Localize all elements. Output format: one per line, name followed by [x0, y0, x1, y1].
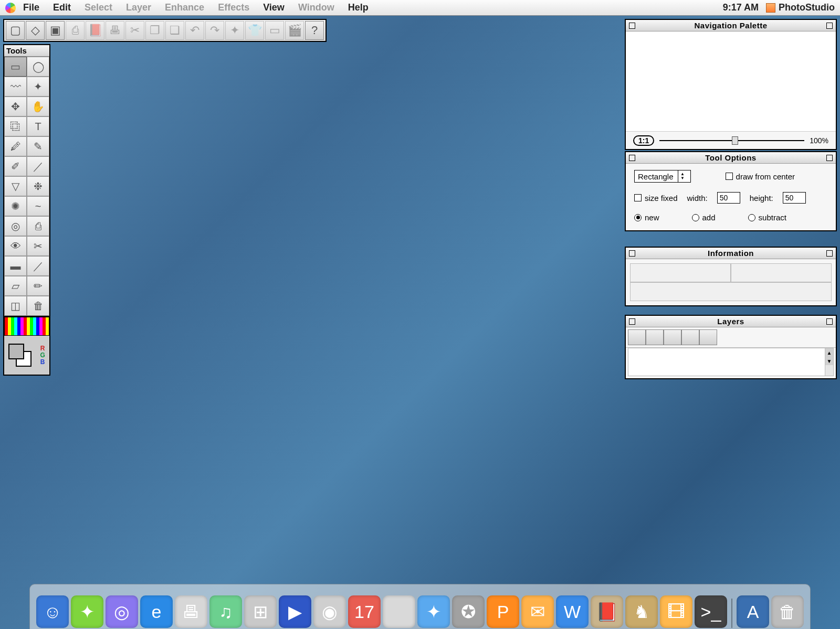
- tool-hand[interactable]: ✋: [27, 97, 49, 116]
- tool-options-titlebar[interactable]: Tool Options: [626, 152, 836, 164]
- layer-new-button[interactable]: [628, 329, 646, 345]
- fg-bg-swatch[interactable]: [8, 344, 32, 367]
- dock-word[interactable]: W: [556, 595, 589, 628]
- panel-control-icon[interactable]: [629, 318, 635, 325]
- quickbar-panorama-button[interactable]: ▭: [265, 21, 284, 40]
- layers-list[interactable]: ▲ ▼: [628, 348, 834, 376]
- tool-text[interactable]: T: [27, 116, 49, 136]
- draw-from-center-checkbox[interactable]: draw from center: [726, 172, 795, 181]
- dock-printer[interactable]: 🖶: [175, 595, 207, 628]
- tool-stamp[interactable]: ⎙: [27, 216, 49, 236]
- tool-rect-select[interactable]: ▭: [4, 57, 27, 77]
- tool-clone[interactable]: ◎: [4, 216, 27, 236]
- dock-dvd[interactable]: ◉: [313, 595, 346, 628]
- tool-move[interactable]: ✥: [4, 97, 27, 116]
- menu-effects[interactable]: Effects: [218, 2, 249, 13]
- menu-view[interactable]: View: [263, 2, 285, 13]
- quickbar-new-button[interactable]: ▢: [6, 21, 25, 40]
- size-fixed-checkbox[interactable]: size fixed: [634, 194, 678, 202]
- tool-brightness[interactable]: ✺: [4, 196, 27, 216]
- menubar-app[interactable]: PhotoStudio: [766, 2, 835, 13]
- layer-duplicate-button[interactable]: [646, 329, 664, 345]
- panel-control-icon[interactable]: [629, 23, 635, 29]
- tool-gradient[interactable]: ▬: [4, 256, 27, 276]
- dock-trash[interactable]: 🗑: [771, 595, 804, 628]
- tools-palette-title[interactable]: Tools: [4, 45, 49, 57]
- quickbar-open-button[interactable]: ◇: [26, 21, 45, 40]
- quickbar-wand-button[interactable]: ✦: [225, 21, 244, 40]
- panel-control-icon[interactable]: [629, 155, 635, 161]
- dock-mplayer[interactable]: ▶: [279, 595, 311, 628]
- tool-red-eye[interactable]: 👁: [4, 236, 27, 256]
- layer-merge-button[interactable]: [681, 329, 699, 345]
- scroll-up-icon[interactable]: ▲: [825, 348, 833, 357]
- tool-brush[interactable]: ／: [27, 256, 49, 276]
- apple-menu-icon[interactable]: [5, 3, 16, 13]
- tool-bucket[interactable]: ▽: [4, 176, 27, 196]
- tool-trash[interactable]: 🗑: [27, 296, 49, 316]
- tool-line[interactable]: ／: [27, 156, 49, 176]
- zoom-1to1-button[interactable]: 1:1: [633, 135, 654, 146]
- tool-smudge[interactable]: ~: [27, 196, 49, 216]
- dock-itunes[interactable]: ♫: [209, 595, 242, 628]
- quickbar-save-button[interactable]: ⎙: [66, 21, 85, 40]
- menu-layer[interactable]: Layer: [126, 2, 151, 13]
- menu-file[interactable]: File: [23, 2, 39, 13]
- panel-control-icon[interactable]: [629, 250, 635, 257]
- dock-film[interactable]: 🎞: [660, 595, 692, 628]
- layers-scrollbar[interactable]: ▲ ▼: [825, 348, 833, 376]
- navigation-titlebar[interactable]: Navigation Palette: [626, 20, 836, 31]
- quickbar-acquire-button[interactable]: ▣: [46, 21, 65, 40]
- tool-crop[interactable]: ◫: [4, 296, 27, 316]
- tool-scissors[interactable]: ✂: [27, 236, 49, 256]
- tool-crop-free[interactable]: ⿻: [4, 116, 27, 136]
- color-spectrum-picker[interactable]: [4, 317, 49, 336]
- menu-window[interactable]: Window: [298, 2, 334, 13]
- panel-collapse-icon[interactable]: [826, 250, 833, 257]
- quickbar-slideshow-button[interactable]: 🎬: [285, 21, 304, 40]
- dock-ichat[interactable]: ✦: [71, 595, 103, 628]
- menu-enhance[interactable]: Enhance: [165, 2, 204, 13]
- quickbar-undo-button[interactable]: ↶: [185, 21, 204, 40]
- dock-entourage[interactable]: ✉: [521, 595, 554, 628]
- dock-compass[interactable]: ✪: [452, 595, 485, 628]
- fg-color-swatch[interactable]: [8, 344, 24, 359]
- tool-color-picker[interactable]: ✏: [27, 276, 49, 296]
- mode-subtract-radio[interactable]: subtract: [748, 213, 786, 222]
- scroll-down-icon[interactable]: ▼: [825, 357, 833, 365]
- quickbar-redo-button[interactable]: ↷: [205, 21, 224, 40]
- mode-add-radio[interactable]: add: [692, 213, 716, 222]
- tool-pen[interactable]: ✎: [27, 136, 49, 156]
- dock-terminal[interactable]: >_: [695, 595, 727, 628]
- information-titlebar[interactable]: Information: [626, 248, 836, 259]
- tool-lasso[interactable]: 〰: [4, 77, 27, 97]
- menu-edit[interactable]: Edit: [53, 2, 71, 13]
- menu-help[interactable]: Help: [348, 2, 369, 13]
- tool-magic-wand[interactable]: ✦: [27, 77, 49, 97]
- tool-transform[interactable]: ▱: [4, 276, 27, 296]
- tool-pencil[interactable]: ✐: [4, 156, 27, 176]
- layer-delete-button[interactable]: [664, 329, 681, 345]
- quickbar-cut-button[interactable]: ✂: [125, 21, 144, 40]
- dock-apps-folder[interactable]: A: [737, 595, 769, 628]
- quickbar-album-button[interactable]: 📕: [86, 21, 104, 40]
- mode-new-radio[interactable]: new: [634, 213, 659, 222]
- dock-powerpoint[interactable]: P: [487, 595, 519, 628]
- tool-eyedropper[interactable]: 🖉: [4, 136, 27, 156]
- width-input[interactable]: 50: [717, 192, 740, 204]
- layers-titlebar[interactable]: Layers: [626, 316, 836, 327]
- tool-ellipse-select[interactable]: ◯: [27, 57, 49, 77]
- tool-spray[interactable]: ❉: [27, 176, 49, 196]
- zoom-slider[interactable]: [659, 140, 804, 141]
- layer-flatten-button[interactable]: [699, 329, 717, 345]
- dock-chess[interactable]: ♞: [625, 595, 658, 628]
- height-input[interactable]: 50: [783, 192, 806, 204]
- dock-addressbook[interactable]: 📕: [591, 595, 623, 628]
- zoom-slider-thumb[interactable]: [732, 136, 738, 145]
- dock-calculator[interactable]: ⊞: [244, 595, 277, 628]
- quickbar-paste-button[interactable]: ❏: [165, 21, 184, 40]
- dock-quicktime[interactable]: ◎: [106, 595, 138, 628]
- navigation-canvas[interactable]: [626, 31, 836, 131]
- dock-sysprefs[interactable]: [383, 595, 415, 628]
- panel-collapse-icon[interactable]: [826, 318, 833, 325]
